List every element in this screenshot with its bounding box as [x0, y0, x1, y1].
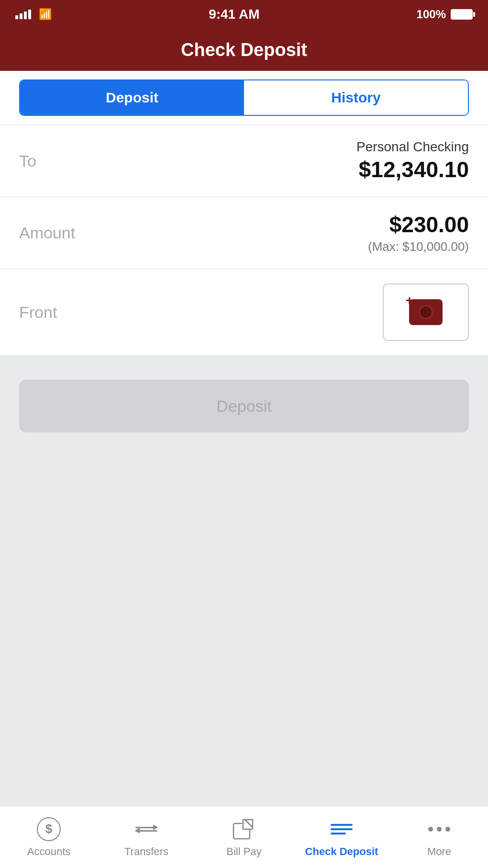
tab-deposit[interactable]: Deposit [20, 80, 244, 115]
account-name: Personal Checking [356, 139, 469, 155]
tab-bill-pay-label: Bill Pay [226, 845, 261, 858]
to-row[interactable]: To Personal Checking $12,340.10 [0, 125, 488, 197]
form-section: To Personal Checking $12,340.10 Amount $… [0, 125, 488, 356]
amount-value: $230.00 [368, 212, 469, 237]
tab-transfers[interactable]: Transfers [98, 817, 195, 858]
tab-check-deposit[interactable]: Check Deposit [293, 817, 390, 858]
gray-section: Deposit [0, 356, 488, 662]
deposit-button[interactable]: Deposit [19, 380, 469, 432]
tab-check-deposit-label: Check Deposit [305, 845, 378, 858]
battery-icon [451, 9, 473, 20]
camera-button[interactable]: + [383, 283, 469, 341]
amount-max: (Max: $10,000.00) [368, 239, 469, 254]
transfers-icon [134, 817, 159, 842]
app-header: Check Deposit [0, 29, 488, 71]
segment-bar: Deposit History [0, 71, 488, 125]
amount-value-block: $230.00 (Max: $10,000.00) [368, 212, 469, 254]
amount-label: Amount [19, 224, 75, 242]
tab-more[interactable]: More [390, 817, 488, 858]
tab-transfers-label: Transfers [124, 845, 168, 858]
camera-icon: + [409, 299, 443, 325]
tab-accounts-label: Accounts [27, 845, 71, 858]
more-icon [427, 817, 452, 842]
account-balance: $12,340.10 [359, 157, 469, 182]
tab-bar: $ Accounts Transfers Bill Pay [0, 806, 488, 868]
tab-bill-pay[interactable]: Bill Pay [195, 817, 293, 858]
check-deposit-icon [329, 817, 354, 842]
tab-more-label: More [427, 845, 451, 858]
to-label: To [19, 152, 36, 170]
status-left: 📶 [15, 8, 52, 21]
bill-pay-icon [232, 817, 256, 842]
tab-history[interactable]: History [244, 80, 468, 115]
status-right: 100% [417, 8, 473, 21]
wifi-icon: 📶 [39, 8, 52, 21]
status-time: 9:41 AM [209, 7, 259, 22]
front-row: Front + [0, 269, 488, 356]
svg-marker-1 [243, 820, 253, 829]
front-label: Front [19, 303, 57, 322]
accounts-icon: $ [36, 817, 61, 842]
page-title: Check Deposit [181, 40, 307, 60]
segment-control: Deposit History [19, 79, 469, 116]
status-bar: 📶 9:41 AM 100% [0, 0, 488, 29]
battery-percent: 100% [417, 8, 446, 21]
to-value-block: Personal Checking $12,340.10 [356, 139, 469, 182]
tab-accounts[interactable]: $ Accounts [0, 817, 98, 858]
signal-icon [15, 10, 31, 19]
amount-row[interactable]: Amount $230.00 (Max: $10,000.00) [0, 197, 488, 269]
